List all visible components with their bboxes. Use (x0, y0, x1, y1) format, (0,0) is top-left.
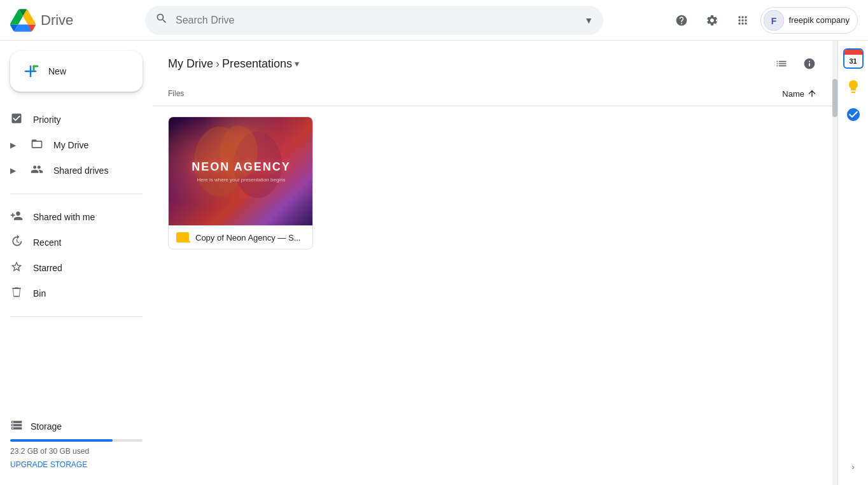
content-toolbar: Files Name (153, 81, 837, 106)
app-title: Drive (41, 12, 73, 29)
shared-drives-icon (31, 163, 43, 179)
sidebar-item-my-drive-label: My Drive (53, 140, 88, 150)
search-icon (155, 12, 168, 28)
storage-used-text: 23.2 GB of 30 GB used (10, 447, 143, 456)
new-plus-icon (20, 61, 41, 81)
content-area: My Drive › Presentations ▾ (153, 41, 837, 485)
google-drive-logo (10, 8, 36, 33)
search-input[interactable] (176, 15, 577, 26)
recent-icon (10, 235, 23, 251)
scrollbar-thumb[interactable] (832, 79, 837, 117)
file-name: Copy of Neon Agency — S... (195, 233, 300, 243)
sidebar-item-shared-drives[interactable]: ▶ Shared drives (0, 158, 143, 183)
new-button[interactable]: New (10, 51, 143, 92)
storage-section: Storage 23.2 GB of 30 GB used UPGRADE ST… (0, 409, 153, 480)
breadcrumb-parent[interactable]: My Drive (168, 57, 213, 71)
neon-title: NEON AGENCY (192, 160, 290, 174)
search-bar[interactable]: ▼ (145, 6, 603, 35)
breadcrumb-separator: › (216, 57, 220, 71)
breadcrumb-dropdown-icon: ▾ (295, 59, 299, 69)
logo-area: Drive (10, 8, 137, 33)
expand-icon: ▶ (10, 141, 20, 150)
file-card[interactable]: NEON AGENCY Here is where your presentat… (168, 116, 313, 250)
main-layout: New Priority ▶ My Drive (0, 41, 868, 485)
breadcrumb-current[interactable]: Presentations ▾ (222, 57, 299, 71)
breadcrumb-current-text: Presentations (222, 57, 292, 71)
shared-with-me-icon (10, 209, 23, 225)
user-brand-logo: F (764, 10, 784, 31)
storage-bar-bg (10, 439, 143, 442)
file-thumbnail: NEON AGENCY Here is where your presentat… (169, 117, 313, 225)
sort-button[interactable]: Name (777, 86, 822, 101)
settings-button[interactable] (699, 8, 725, 33)
storage-bar-fill (10, 439, 113, 442)
neon-thumbnail: NEON AGENCY Here is where your presentat… (169, 117, 313, 225)
scrollbar-track (832, 41, 837, 485)
sidebar-item-my-drive[interactable]: ▶ My Drive (0, 132, 143, 158)
breadcrumb: My Drive › Presentations ▾ (153, 41, 837, 81)
new-button-label: New (48, 66, 66, 76)
keep-widget-button[interactable] (841, 74, 866, 99)
slides-icon (176, 232, 189, 243)
search-dropdown-icon[interactable]: ▼ (584, 15, 593, 25)
priority-icon (10, 112, 23, 128)
tasks-widget-button[interactable] (841, 102, 866, 127)
my-drive-icon (31, 137, 43, 153)
expand-right-button[interactable]: › (847, 454, 860, 480)
storage-icon (10, 419, 23, 434)
svg-text:F: F (771, 16, 776, 26)
list-view-button[interactable] (769, 51, 794, 76)
sidebar-item-recent[interactable]: Recent (0, 230, 143, 255)
user-brand-name: freepik company (789, 15, 850, 25)
sidebar-item-shared-with-me-label: Shared with me (33, 212, 95, 222)
file-grid: NEON AGENCY Here is where your presentat… (153, 106, 837, 485)
sort-label: Name (782, 89, 804, 99)
starred-icon (10, 260, 23, 276)
sidebar-item-bin[interactable]: Bin (0, 281, 143, 306)
sidebar-item-priority[interactable]: Priority (0, 107, 143, 132)
sidebar-item-shared-drives-label: Shared drives (53, 165, 108, 176)
info-button[interactable] (797, 51, 822, 76)
nav-section-secondary: Shared with me Recent Starred (0, 204, 153, 306)
sidebar-item-priority-label: Priority (33, 115, 61, 125)
toolbar-right: Name (777, 86, 822, 101)
files-label: Files (168, 84, 184, 103)
expand-icon2: ▶ (10, 166, 20, 175)
file-info: Copy of Neon Agency — S... (169, 225, 312, 249)
topbar: Drive ▼ (0, 0, 868, 41)
bin-icon (10, 286, 23, 302)
sidebar-item-shared-with-me[interactable]: Shared with me (0, 204, 143, 230)
upgrade-storage-link[interactable]: UPGRADE STORAGE (10, 460, 87, 469)
apps-button[interactable] (730, 8, 755, 33)
sidebar: New Priority ▶ My Drive (0, 41, 153, 485)
nav-section-main: Priority ▶ My Drive ▶ (0, 107, 153, 183)
sidebar-item-recent-label: Recent (33, 237, 61, 248)
nav-divider-1 (10, 193, 143, 194)
nav-divider-2 (10, 316, 143, 317)
sidebar-item-bin-label: Bin (33, 288, 46, 299)
far-right-panel: 31 › (837, 41, 868, 485)
user-account[interactable]: F freepik company (760, 7, 858, 34)
sidebar-item-starred[interactable]: Starred (0, 255, 143, 281)
help-button[interactable] (669, 8, 694, 33)
topbar-actions: F freepik company (669, 7, 858, 34)
calendar-widget-button[interactable]: 31 (841, 46, 866, 71)
expand-panel: › (847, 454, 860, 485)
storage-label: Storage (31, 421, 62, 432)
neon-subtitle: Here is where your presentation begins (197, 177, 285, 183)
sidebar-item-starred-label: Starred (33, 263, 62, 273)
content: My Drive › Presentations ▾ (153, 41, 837, 485)
